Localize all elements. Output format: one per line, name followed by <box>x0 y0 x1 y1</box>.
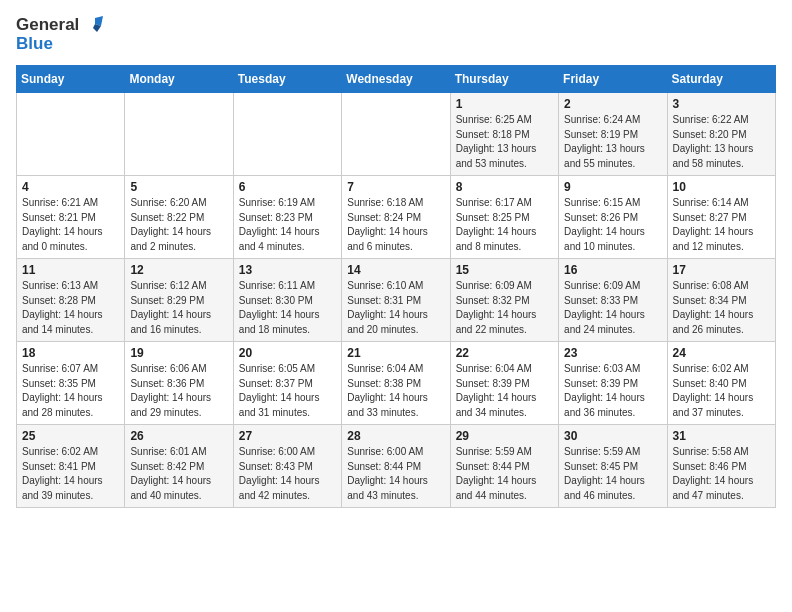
day-number: 4 <box>22 180 119 194</box>
day-number: 1 <box>456 97 553 111</box>
weekday-header-monday: Monday <box>125 66 233 93</box>
day-number: 12 <box>130 263 227 277</box>
day-info: Sunrise: 5:59 AM Sunset: 8:45 PM Dayligh… <box>564 445 661 503</box>
day-number: 29 <box>456 429 553 443</box>
weekday-header-sunday: Sunday <box>17 66 125 93</box>
calendar-cell: 11Sunrise: 6:13 AM Sunset: 8:28 PM Dayli… <box>17 259 125 342</box>
calendar-cell <box>17 93 125 176</box>
day-number: 11 <box>22 263 119 277</box>
day-number: 5 <box>130 180 227 194</box>
day-info: Sunrise: 6:10 AM Sunset: 8:31 PM Dayligh… <box>347 279 444 337</box>
calendar-cell: 3Sunrise: 6:22 AM Sunset: 8:20 PM Daylig… <box>667 93 775 176</box>
day-number: 2 <box>564 97 661 111</box>
day-info: Sunrise: 6:04 AM Sunset: 8:39 PM Dayligh… <box>456 362 553 420</box>
day-number: 23 <box>564 346 661 360</box>
day-number: 17 <box>673 263 770 277</box>
calendar-cell: 16Sunrise: 6:09 AM Sunset: 8:33 PM Dayli… <box>559 259 667 342</box>
weekday-header-tuesday: Tuesday <box>233 66 341 93</box>
weekday-header-saturday: Saturday <box>667 66 775 93</box>
day-info: Sunrise: 6:12 AM Sunset: 8:29 PM Dayligh… <box>130 279 227 337</box>
calendar-cell: 14Sunrise: 6:10 AM Sunset: 8:31 PM Dayli… <box>342 259 450 342</box>
calendar-cell: 28Sunrise: 6:00 AM Sunset: 8:44 PM Dayli… <box>342 425 450 508</box>
calendar-cell: 22Sunrise: 6:04 AM Sunset: 8:39 PM Dayli… <box>450 342 558 425</box>
day-info: Sunrise: 6:15 AM Sunset: 8:26 PM Dayligh… <box>564 196 661 254</box>
day-info: Sunrise: 6:03 AM Sunset: 8:39 PM Dayligh… <box>564 362 661 420</box>
day-info: Sunrise: 6:02 AM Sunset: 8:41 PM Dayligh… <box>22 445 119 503</box>
logo-wordmark: General Blue <box>16 16 103 53</box>
day-info: Sunrise: 6:02 AM Sunset: 8:40 PM Dayligh… <box>673 362 770 420</box>
day-info: Sunrise: 6:00 AM Sunset: 8:43 PM Dayligh… <box>239 445 336 503</box>
day-info: Sunrise: 5:59 AM Sunset: 8:44 PM Dayligh… <box>456 445 553 503</box>
day-number: 27 <box>239 429 336 443</box>
day-number: 24 <box>673 346 770 360</box>
day-info: Sunrise: 6:07 AM Sunset: 8:35 PM Dayligh… <box>22 362 119 420</box>
calendar-cell <box>125 93 233 176</box>
day-number: 14 <box>347 263 444 277</box>
day-info: Sunrise: 6:06 AM Sunset: 8:36 PM Dayligh… <box>130 362 227 420</box>
day-info: Sunrise: 6:22 AM Sunset: 8:20 PM Dayligh… <box>673 113 770 171</box>
calendar-table: SundayMondayTuesdayWednesdayThursdayFrid… <box>16 65 776 508</box>
calendar-cell: 18Sunrise: 6:07 AM Sunset: 8:35 PM Dayli… <box>17 342 125 425</box>
day-info: Sunrise: 6:20 AM Sunset: 8:22 PM Dayligh… <box>130 196 227 254</box>
calendar-cell: 24Sunrise: 6:02 AM Sunset: 8:40 PM Dayli… <box>667 342 775 425</box>
calendar-cell: 27Sunrise: 6:00 AM Sunset: 8:43 PM Dayli… <box>233 425 341 508</box>
day-info: Sunrise: 6:14 AM Sunset: 8:27 PM Dayligh… <box>673 196 770 254</box>
day-info: Sunrise: 6:09 AM Sunset: 8:32 PM Dayligh… <box>456 279 553 337</box>
calendar-cell: 25Sunrise: 6:02 AM Sunset: 8:41 PM Dayli… <box>17 425 125 508</box>
weekday-header-wednesday: Wednesday <box>342 66 450 93</box>
logo-blue: Blue <box>16 35 53 54</box>
calendar-cell: 10Sunrise: 6:14 AM Sunset: 8:27 PM Dayli… <box>667 176 775 259</box>
calendar-header-row: SundayMondayTuesdayWednesdayThursdayFrid… <box>17 66 776 93</box>
calendar-cell: 4Sunrise: 6:21 AM Sunset: 8:21 PM Daylig… <box>17 176 125 259</box>
day-info: Sunrise: 6:25 AM Sunset: 8:18 PM Dayligh… <box>456 113 553 171</box>
calendar-cell: 12Sunrise: 6:12 AM Sunset: 8:29 PM Dayli… <box>125 259 233 342</box>
day-number: 26 <box>130 429 227 443</box>
day-number: 3 <box>673 97 770 111</box>
day-info: Sunrise: 6:18 AM Sunset: 8:24 PM Dayligh… <box>347 196 444 254</box>
day-number: 18 <box>22 346 119 360</box>
calendar-cell: 15Sunrise: 6:09 AM Sunset: 8:32 PM Dayli… <box>450 259 558 342</box>
day-number: 7 <box>347 180 444 194</box>
day-number: 6 <box>239 180 336 194</box>
calendar-cell: 9Sunrise: 6:15 AM Sunset: 8:26 PM Daylig… <box>559 176 667 259</box>
logo: General Blue <box>16 16 103 53</box>
day-number: 21 <box>347 346 444 360</box>
calendar-cell: 2Sunrise: 6:24 AM Sunset: 8:19 PM Daylig… <box>559 93 667 176</box>
calendar-cell: 21Sunrise: 6:04 AM Sunset: 8:38 PM Dayli… <box>342 342 450 425</box>
calendar-cell: 30Sunrise: 5:59 AM Sunset: 8:45 PM Dayli… <box>559 425 667 508</box>
day-number: 19 <box>130 346 227 360</box>
day-info: Sunrise: 6:13 AM Sunset: 8:28 PM Dayligh… <box>22 279 119 337</box>
day-info: Sunrise: 6:04 AM Sunset: 8:38 PM Dayligh… <box>347 362 444 420</box>
calendar-cell <box>342 93 450 176</box>
day-info: Sunrise: 6:09 AM Sunset: 8:33 PM Dayligh… <box>564 279 661 337</box>
day-number: 22 <box>456 346 553 360</box>
day-info: Sunrise: 6:19 AM Sunset: 8:23 PM Dayligh… <box>239 196 336 254</box>
calendar-cell: 26Sunrise: 6:01 AM Sunset: 8:42 PM Dayli… <box>125 425 233 508</box>
calendar-cell: 23Sunrise: 6:03 AM Sunset: 8:39 PM Dayli… <box>559 342 667 425</box>
day-number: 10 <box>673 180 770 194</box>
calendar-cell: 8Sunrise: 6:17 AM Sunset: 8:25 PM Daylig… <box>450 176 558 259</box>
day-number: 13 <box>239 263 336 277</box>
calendar-cell: 13Sunrise: 6:11 AM Sunset: 8:30 PM Dayli… <box>233 259 341 342</box>
calendar-cell: 6Sunrise: 6:19 AM Sunset: 8:23 PM Daylig… <box>233 176 341 259</box>
calendar-week-row: 11Sunrise: 6:13 AM Sunset: 8:28 PM Dayli… <box>17 259 776 342</box>
day-number: 8 <box>456 180 553 194</box>
calendar-cell: 1Sunrise: 6:25 AM Sunset: 8:18 PM Daylig… <box>450 93 558 176</box>
day-info: Sunrise: 6:05 AM Sunset: 8:37 PM Dayligh… <box>239 362 336 420</box>
day-number: 9 <box>564 180 661 194</box>
day-info: Sunrise: 6:08 AM Sunset: 8:34 PM Dayligh… <box>673 279 770 337</box>
day-info: Sunrise: 6:24 AM Sunset: 8:19 PM Dayligh… <box>564 113 661 171</box>
day-number: 31 <box>673 429 770 443</box>
calendar-cell: 5Sunrise: 6:20 AM Sunset: 8:22 PM Daylig… <box>125 176 233 259</box>
day-number: 28 <box>347 429 444 443</box>
day-info: Sunrise: 6:01 AM Sunset: 8:42 PM Dayligh… <box>130 445 227 503</box>
calendar-week-row: 1Sunrise: 6:25 AM Sunset: 8:18 PM Daylig… <box>17 93 776 176</box>
calendar-week-row: 25Sunrise: 6:02 AM Sunset: 8:41 PM Dayli… <box>17 425 776 508</box>
calendar-cell: 17Sunrise: 6:08 AM Sunset: 8:34 PM Dayli… <box>667 259 775 342</box>
day-info: Sunrise: 5:58 AM Sunset: 8:46 PM Dayligh… <box>673 445 770 503</box>
day-number: 25 <box>22 429 119 443</box>
day-number: 16 <box>564 263 661 277</box>
weekday-header-friday: Friday <box>559 66 667 93</box>
calendar-cell <box>233 93 341 176</box>
page-header: General Blue <box>16 16 776 53</box>
